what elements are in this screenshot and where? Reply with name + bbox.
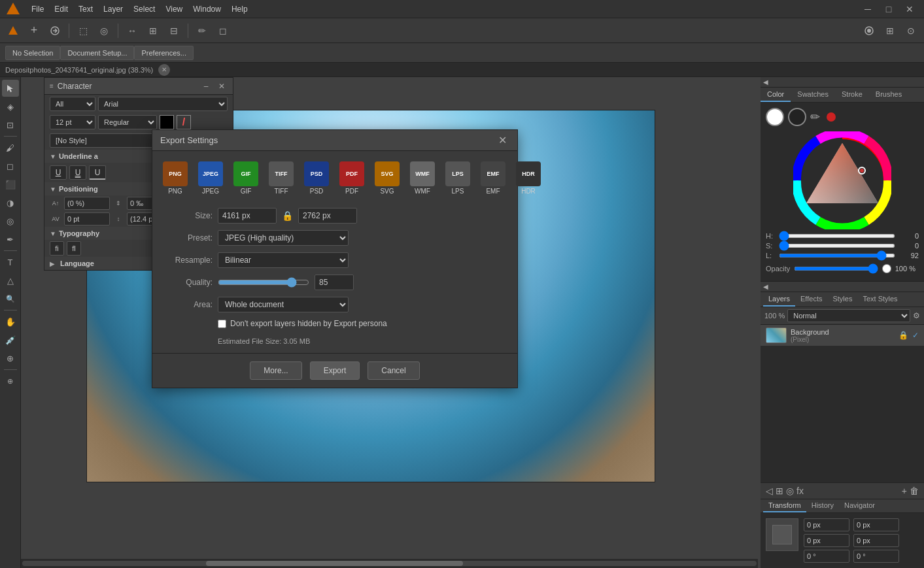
layer-lock-icon[interactable]: 🔒 <box>898 331 908 340</box>
tab-transform[interactable]: Transform <box>763 499 806 512</box>
char-panel-header[interactable]: ≡ Character – ✕ <box>44 78 233 95</box>
add-adjustment-btn[interactable]: ◎ <box>786 486 794 496</box>
erase-tool[interactable]: ◻ <box>2 158 19 175</box>
underline-btn-1[interactable]: U <box>50 165 67 180</box>
color-picker-tool[interactable]: 💉 <box>2 331 19 348</box>
l-slider[interactable] <box>779 254 895 258</box>
x-input[interactable] <box>804 518 849 531</box>
format-pdf[interactable]: PDF PDF <box>337 159 367 197</box>
s-input[interactable] <box>853 550 899 563</box>
erase-btn[interactable]: ◻ <box>214 22 232 40</box>
fx-btn[interactable]: fx <box>796 486 804 496</box>
doc-close-btn[interactable]: ✕ <box>158 64 170 76</box>
select-ellipse-btn[interactable]: ◎ <box>95 22 113 40</box>
crop-tool[interactable]: ⊡ <box>2 116 19 133</box>
brush-btn[interactable]: ✏ <box>193 22 211 40</box>
scrollbar-thumb[interactable] <box>206 561 463 566</box>
h-input[interactable] <box>853 534 899 547</box>
tab-brushes[interactable]: Brushes <box>869 88 908 102</box>
format-png[interactable]: PNG PNG <box>160 159 190 197</box>
blend-mode-select[interactable]: Normal <box>787 309 910 322</box>
kern-input[interactable] <box>64 212 110 226</box>
crop-btn[interactable]: ⊞ <box>144 22 162 40</box>
script-select[interactable]: All <box>50 97 95 111</box>
dialog-header[interactable]: Export Settings ✕ <box>152 130 517 151</box>
node-tool[interactable]: ◈ <box>2 98 19 115</box>
y-input[interactable] <box>853 518 899 531</box>
cancel-btn[interactable]: Cancel <box>368 361 419 380</box>
no-color-btn[interactable]: / <box>177 115 191 129</box>
underline-btn-3[interactable]: U <box>89 165 106 180</box>
char-panel-minimize[interactable]: – <box>200 80 212 92</box>
quality-value-input[interactable] <box>315 275 354 290</box>
close-btn[interactable]: ✕ <box>900 0 919 18</box>
white-circle[interactable] <box>766 108 784 126</box>
move-view-tool[interactable]: ✋ <box>2 313 19 330</box>
format-jpeg[interactable]: JPEG JPEG <box>196 159 226 197</box>
text-tool[interactable]: T <box>2 254 19 271</box>
color-picker-btn[interactable] <box>860 22 878 40</box>
menu-layer[interactable]: Layer <box>98 3 128 15</box>
more-btn[interactable]: More... <box>250 361 301 380</box>
tab-text-styles[interactable]: Text Styles <box>857 292 902 307</box>
select-rect-btn[interactable]: ⬚ <box>74 22 92 40</box>
font-select[interactable]: Arial <box>98 97 228 111</box>
right-panel-collapse[interactable]: ◀ <box>763 78 768 86</box>
zoom-btn[interactable]: ⊙ <box>902 22 920 40</box>
preferences-btn[interactable]: Preferences... <box>134 46 193 60</box>
ligature-fl-btn[interactable]: fl <box>67 241 81 256</box>
menu-view[interactable]: View <box>160 3 188 15</box>
horizontal-scrollbar[interactable] <box>21 559 758 568</box>
menu-text[interactable]: Text <box>73 3 98 15</box>
menu-file[interactable]: File <box>26 3 49 15</box>
maximize-btn[interactable]: □ <box>880 0 898 18</box>
measure-tool[interactable]: ⊕ <box>2 350 19 367</box>
r-input[interactable] <box>804 550 849 563</box>
baseline-input[interactable] <box>64 197 110 210</box>
pencil-icon[interactable]: ✏ <box>810 110 820 124</box>
tab-layers[interactable]: Layers <box>763 292 795 307</box>
dialog-close-btn[interactable]: ✕ <box>495 133 509 148</box>
move-btn[interactable]: ↔ <box>123 22 141 40</box>
zoom-tool[interactable]: 🔍 <box>2 290 19 307</box>
view-zoom-in[interactable]: ⊕ <box>2 373 19 390</box>
ligature-fi-btn[interactable]: fi <box>50 241 64 256</box>
pen-tool[interactable]: ✒ <box>2 231 19 248</box>
format-tiff[interactable]: TIFF TIFF <box>266 159 296 197</box>
format-gif[interactable]: GIF GIF <box>231 159 261 197</box>
tab-effects[interactable]: Effects <box>795 292 827 307</box>
black-circle[interactable] <box>788 108 806 126</box>
h-slider[interactable] <box>779 234 895 238</box>
w-input[interactable] <box>804 534 849 547</box>
area-select[interactable]: Whole document <box>218 297 349 312</box>
add-btn[interactable]: + <box>25 22 43 40</box>
underline-btn-2[interactable]: U <box>69 165 86 180</box>
layers-collapse-btn[interactable]: ◀ <box>763 283 768 290</box>
grid-btn[interactable]: ⊞ <box>881 22 899 40</box>
tab-history[interactable]: History <box>806 499 839 512</box>
layer-eye-icon[interactable]: ✓ <box>912 331 919 340</box>
s-slider[interactable] <box>779 244 895 248</box>
paint-brush-tool[interactable]: 🖌 <box>2 139 19 156</box>
export-btn[interactable]: Export <box>310 361 360 380</box>
menu-select[interactable]: Select <box>128 3 160 15</box>
width-input[interactable] <box>218 208 277 224</box>
tab-styles[interactable]: Styles <box>827 292 857 307</box>
format-psd[interactable]: PSD PSD <box>301 159 332 197</box>
format-wmf[interactable]: WMF WMF <box>407 159 437 197</box>
minimize-btn[interactable]: ─ <box>859 0 877 18</box>
delete-layer-btn[interactable]: 🗑 <box>910 486 919 496</box>
no-selection-btn[interactable]: No Selection <box>5 46 60 60</box>
format-svg[interactable]: SVG SVG <box>372 159 402 197</box>
dodge-tool[interactable]: ◑ <box>2 194 19 211</box>
tab-swatches[interactable]: Swatches <box>791 88 835 102</box>
select-tool[interactable] <box>2 80 19 97</box>
format-emf[interactable]: EMF EMF <box>478 159 508 197</box>
menu-help[interactable]: Help <box>226 3 253 15</box>
resample-select[interactable]: Bilinear <box>218 252 349 268</box>
tab-color[interactable]: Color <box>761 88 791 102</box>
tab-navigator[interactable]: Navigator <box>839 499 880 512</box>
new-group-btn[interactable]: ⊞ <box>776 486 783 496</box>
blur-tool[interactable]: ◎ <box>2 212 19 229</box>
text-color-swatch[interactable] <box>160 115 174 129</box>
